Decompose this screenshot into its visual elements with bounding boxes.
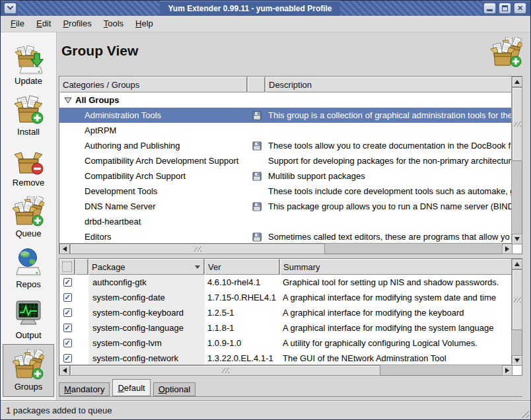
tab-optional[interactable]: Optional bbox=[153, 382, 195, 396]
scrollbar-thumb[interactable] bbox=[512, 87, 522, 161]
scroll-up-button[interactable] bbox=[512, 77, 522, 87]
package-summary: A utility for graphically configuring Lo… bbox=[280, 338, 513, 348]
sidebar-item-update[interactable]: Update bbox=[3, 39, 54, 90]
boxes-groups-icon bbox=[13, 349, 44, 381]
column-header-categories[interactable]: Categories / Groups bbox=[59, 77, 248, 92]
expander-down-icon[interactable] bbox=[64, 97, 72, 104]
package-row[interactable]: system-config-network 1.3.22.0.EL.4.1-1 … bbox=[59, 351, 513, 366]
globe-drive-icon bbox=[13, 247, 44, 279]
package-version: 1.3.22.0.EL.4.1-1 bbox=[205, 353, 280, 363]
scroll-right-button[interactable] bbox=[502, 365, 513, 376]
minimize-button[interactable] bbox=[483, 3, 496, 14]
package-name: system-config-lvm bbox=[88, 335, 205, 351]
column-header-package[interactable]: Package bbox=[88, 259, 205, 275]
tree-row[interactable]: drbd-heartbeat bbox=[59, 214, 513, 229]
package-checkbox[interactable] bbox=[63, 339, 72, 347]
group-name: Compatibility Arch Support bbox=[59, 171, 248, 181]
menubar: File Edit Profiles Tools Help bbox=[1, 16, 530, 32]
scrollbar-thumb[interactable] bbox=[70, 244, 325, 254]
column-header-icon[interactable] bbox=[248, 77, 266, 92]
group-description: This group is a collection of graphical … bbox=[266, 110, 513, 120]
package-name: system-config-keyboard bbox=[88, 305, 205, 320]
group-name: AptRPM bbox=[59, 125, 248, 135]
app-window: Yum Extender 0.99.11 - yum-enabled Profi… bbox=[0, 0, 531, 420]
close-icon: ✕ bbox=[517, 5, 523, 12]
tree-row[interactable]: Compatibility Arch Support Multilib supp… bbox=[59, 168, 513, 184]
sidebar-item-remove[interactable]: Remove bbox=[3, 141, 54, 192]
package-checkbox[interactable] bbox=[63, 278, 72, 287]
scroll-down-button[interactable] bbox=[512, 234, 522, 244]
package-summary: A graphical interface for modifying the … bbox=[280, 308, 513, 318]
status-text: 1 packages added to queue bbox=[6, 405, 112, 415]
group-name: DNS Name Server bbox=[59, 201, 248, 211]
window-menu-button[interactable] bbox=[4, 3, 17, 14]
scroll-left-button[interactable] bbox=[59, 365, 70, 376]
tree-row[interactable]: DNS Name Server This package group allow… bbox=[59, 199, 513, 214]
down-arrow-icon bbox=[514, 237, 520, 241]
sidebar-item-queue[interactable]: Queue bbox=[3, 192, 54, 242]
sidebar-item-label: Queue bbox=[15, 228, 41, 238]
package-row[interactable]: system-config-lvm 1.0.9-1.0 A utility fo… bbox=[59, 335, 513, 351]
scrollbar-thumb[interactable] bbox=[512, 269, 522, 330]
menu-item-profiles[interactable]: Profiles bbox=[57, 16, 97, 32]
package-version: 1.0.9-1.0 bbox=[205, 338, 280, 348]
tree-row[interactable]: Development Tools These tools include co… bbox=[59, 184, 513, 199]
scroll-left-button[interactable] bbox=[59, 244, 70, 254]
sidebar-item-label: Groups bbox=[15, 382, 43, 392]
scroll-up-button[interactable] bbox=[512, 259, 522, 269]
scroll-right-button[interactable] bbox=[502, 244, 513, 254]
menu-item-file[interactable]: File bbox=[5, 16, 30, 32]
tree-row[interactable]: Administration Tools This group is a col… bbox=[59, 108, 513, 123]
package-row[interactable]: system-config-language 1.1.8-1 A graphic… bbox=[59, 320, 513, 335]
menu-item-help[interactable]: Help bbox=[129, 16, 159, 32]
sidebar-item-label: Install bbox=[17, 127, 40, 137]
package-row[interactable]: system-config-keyboard 1.2.5-1 A graphic… bbox=[59, 305, 513, 320]
close-button[interactable]: ✕ bbox=[514, 3, 526, 14]
horizontal-scrollbar[interactable] bbox=[59, 243, 513, 254]
package-row[interactable]: authconfig-gtk 4.6.10-rhel4.1 Graphical … bbox=[59, 275, 513, 290]
vertical-scrollbar[interactable] bbox=[511, 77, 522, 244]
box-update-icon bbox=[13, 44, 44, 75]
tree-row[interactable]: Authoring and Publishing These tools all… bbox=[59, 138, 513, 153]
sidebar-item-label: Repos bbox=[16, 279, 41, 289]
package-checkbox[interactable] bbox=[63, 308, 72, 317]
package-checkbox[interactable] bbox=[63, 293, 72, 302]
column-header-spacer[interactable] bbox=[75, 259, 88, 275]
package-version: 1.7.15-0.RHEL4.1 bbox=[205, 293, 280, 302]
vertical-scrollbar[interactable] bbox=[511, 259, 522, 366]
menu-item-edit[interactable]: Edit bbox=[30, 16, 57, 32]
sidebar-item-output[interactable]: Output bbox=[3, 293, 54, 344]
installed-floppy-icon bbox=[252, 141, 262, 151]
column-header-select[interactable] bbox=[59, 259, 75, 275]
package-checkbox[interactable] bbox=[63, 324, 72, 332]
package-version: 1.1.8-1 bbox=[205, 323, 280, 333]
horizontal-scrollbar[interactable] bbox=[59, 365, 513, 375]
sidebar-item-groups[interactable]: Groups bbox=[3, 344, 54, 397]
group-table: Categories / Groups Description All Grou… bbox=[59, 76, 522, 254]
titlebar[interactable]: Yum Extender 0.99.11 - yum-enabled Profi… bbox=[1, 1, 530, 16]
tab-default[interactable]: Default bbox=[112, 379, 150, 396]
tree-row[interactable]: Compatibility Arch Development Support S… bbox=[59, 153, 513, 168]
column-header-summary[interactable]: Summary bbox=[280, 259, 522, 275]
column-header-description[interactable]: Description bbox=[266, 77, 522, 92]
column-header-ver[interactable]: Ver bbox=[205, 259, 280, 275]
package-checkbox[interactable] bbox=[63, 354, 72, 363]
tree-row[interactable]: Editors Sometimes called text editors, t… bbox=[59, 229, 513, 244]
package-summary: The GUI of the NEtwork Adminstration Too… bbox=[280, 353, 513, 363]
package-summary: Graphical tool for setting up NIS and sh… bbox=[280, 277, 513, 287]
tree-row[interactable]: AptRPM bbox=[59, 123, 513, 138]
groups-header-icon bbox=[491, 37, 522, 69]
sidebar-item-install[interactable]: Install bbox=[3, 90, 54, 141]
installed-floppy-icon bbox=[252, 172, 262, 181]
tab-mandatory[interactable]: Mandatory bbox=[59, 382, 110, 396]
installed-floppy-icon bbox=[252, 111, 262, 120]
sidebar-item-repos[interactable]: Repos bbox=[3, 242, 54, 293]
group-name: Editors bbox=[59, 232, 248, 242]
scroll-down-button[interactable] bbox=[512, 355, 522, 366]
scrollbar-thumb[interactable] bbox=[70, 365, 380, 376]
resize-grip-icon[interactable] bbox=[520, 409, 529, 418]
tree-root-row[interactable]: All Groups bbox=[59, 92, 513, 108]
maximize-button[interactable] bbox=[499, 3, 511, 14]
package-row[interactable]: system-config-date 1.7.15-0.RHEL4.1 A gr… bbox=[59, 290, 513, 305]
menu-item-tools[interactable]: Tools bbox=[98, 16, 129, 32]
